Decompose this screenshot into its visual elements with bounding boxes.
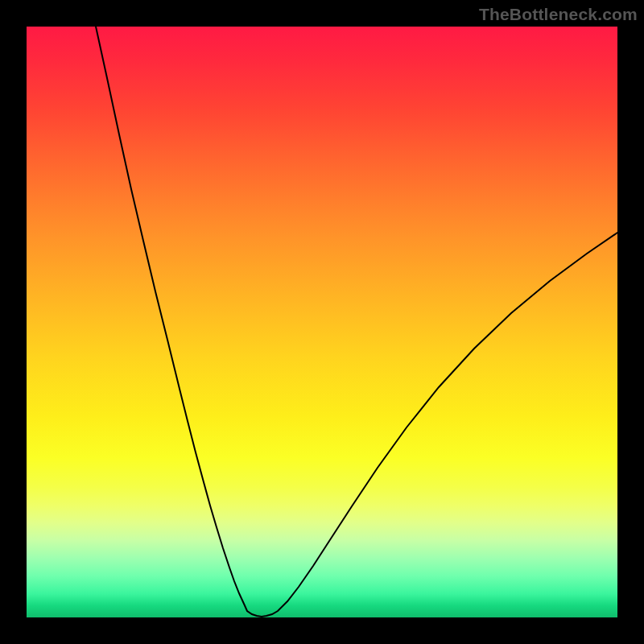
marker-pill: [341, 509, 349, 521]
marker-pill: [221, 543, 225, 556]
marker-pill: [262, 612, 276, 617]
marker-pill: [331, 522, 339, 535]
marker-pill: [243, 604, 253, 615]
marker-pill: [292, 583, 301, 594]
marker-pill: [320, 539, 328, 551]
marker-pill: [211, 507, 215, 521]
marker-pill: [234, 584, 240, 597]
marker-pill: [325, 531, 332, 543]
marker-pill: [207, 493, 211, 507]
highlight-markers: [27, 27, 617, 617]
marker-pill: [365, 473, 373, 485]
chart-stage: TheBottleneck.com: [0, 0, 644, 644]
attribution-label: TheBottleneck.com: [479, 5, 638, 24]
marker-pill: [230, 572, 235, 585]
markers-group: [200, 467, 374, 617]
marker-pill: [217, 532, 221, 546]
marker-pill: [345, 502, 353, 514]
marker-pill: [299, 574, 307, 586]
marker-pill: [204, 481, 208, 495]
marker-pill: [311, 555, 319, 567]
marker-pill: [285, 591, 295, 602]
marker-pill: [226, 559, 231, 573]
marker-pill: [239, 594, 246, 607]
marker-pill: [200, 467, 204, 481]
marker-pill: [278, 600, 288, 610]
marker-pill: [248, 611, 261, 617]
plot-area: [27, 27, 617, 617]
marker-pill: [355, 487, 363, 499]
marker-pill: [304, 564, 312, 576]
marker-pill: [270, 606, 283, 614]
marker-pill: [213, 519, 217, 533]
